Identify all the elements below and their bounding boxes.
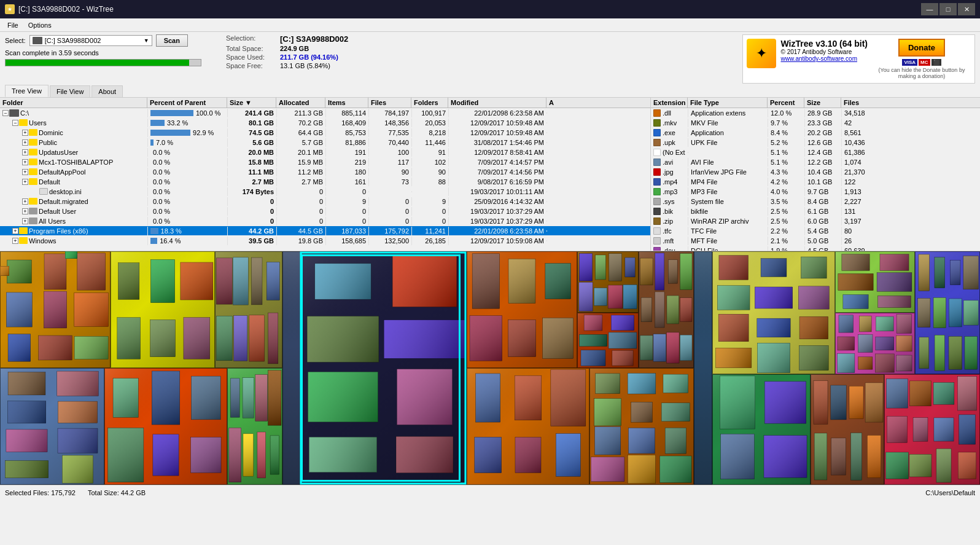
drive-selector-row: Select: [C:] S3A9988D002 ▼ Scan: [5, 34, 201, 47]
brand-info: WizTree v3.10 (64 bit) © 2017 Antibody S…: [781, 39, 868, 62]
title-bar-left: ★ [C:] S3A9988D002 - WizTree: [5, 4, 114, 14]
ext-table-row[interactable]: .bikbikfile2.5 %6.1 GB131: [651, 206, 980, 216]
ext-table-row[interactable]: .jpgIrfanView JPG File4.3 %10.4 GB21,370: [651, 167, 980, 177]
table-row[interactable]: +Program Files (x86)18.3 %44.2 GB44.5 GB…: [0, 226, 650, 236]
space-free-label: Space Free:: [226, 62, 275, 69]
tree-table-body[interactable]: −C:\100.0 %241.4 GB211.3 GB885,114784,19…: [0, 108, 650, 251]
status-bar: Selected Files: 175,792 Total Size: 44.2…: [0, 485, 980, 500]
ext-table-row[interactable]: .aviAVI File5.1 %12.2 GB1,074: [651, 157, 980, 167]
toolbar-left: Select: [C:] S3A9988D002 ▼ Scan Scan com…: [5, 34, 201, 66]
table-row[interactable]: desktop.ini0.0 %174 Bytes0019/03/2017 10…: [0, 187, 650, 197]
app-icon: ★: [5, 4, 15, 14]
selected-files-status: Selected Files: 175,792: [5, 489, 76, 496]
brand-copyright: © 2017 Antibody Software: [781, 49, 868, 55]
menu-options[interactable]: Options: [23, 20, 56, 30]
path-status: C:\Users\Default: [925, 489, 975, 496]
ext-table-row[interactable]: .exeApplication8.4 %20.2 GB8,561: [651, 128, 980, 138]
th-items[interactable]: Items: [325, 98, 368, 108]
ext-table-row[interactable]: (No Extension)5.1 %12.4 GB61,386: [651, 147, 980, 157]
ext-table-row[interactable]: .dllApplication extens12.0 %28.9 GB34,51…: [651, 108, 980, 118]
window-title: [C:] S3A9988D002 - WizTree: [18, 5, 114, 14]
ext-table-row[interactable]: .mftMFT File2.1 %5.0 GB26: [651, 236, 980, 246]
th-a[interactable]: A: [546, 98, 559, 108]
th-size[interactable]: Size ▼: [227, 98, 276, 108]
table-row[interactable]: −C:\100.0 %241.4 GB211.3 GB885,114784,19…: [0, 108, 650, 118]
ext-table-row[interactable]: .upkUPK File5.2 %12.6 GB10,436: [651, 138, 980, 147]
brand-tip: (You can hide the Donate button by makin…: [873, 67, 971, 79]
th-percent[interactable]: Percent of Parent: [147, 98, 227, 108]
table-row[interactable]: +Default0.0 %2.7 MB2.7 MB16173889/08/201…: [0, 177, 650, 187]
payment-icons: VISA MC ⬛: [902, 59, 941, 66]
branding-panel: ✦ WizTree v3.10 (64 bit) © 2017 Antibody…: [742, 34, 975, 84]
maximize-button[interactable]: □: [939, 3, 957, 15]
th-folders[interactable]: Folders: [411, 98, 448, 108]
table-row[interactable]: +Dominic92.9 %74.5 GB64.4 GB85,75377,535…: [0, 128, 650, 138]
total-space-value: 224.9 GB: [280, 45, 309, 52]
th-files[interactable]: Files: [368, 98, 411, 108]
menu-file[interactable]: File: [2, 20, 23, 30]
scan-complete-text: Scan complete in 3.59 seconds: [5, 49, 99, 57]
space-used-label: Space Used:: [226, 53, 275, 61]
select-label: Select:: [5, 37, 26, 44]
brand-name: WizTree v3.10 (64 bit): [781, 39, 868, 49]
minimize-button[interactable]: —: [921, 3, 938, 15]
bank-icon: ⬛: [931, 59, 941, 66]
brand-website: www.antibody-software.com: [781, 55, 868, 62]
folder-tree-pane: Folder Percent of Parent Size ▼ Allocate…: [0, 98, 651, 251]
ext-table-row[interactable]: .tfcTFC File2.2 %5.4 GB80: [651, 226, 980, 236]
scan-status: Scan complete in 3.59 seconds: [5, 49, 201, 57]
table-row[interactable]: +Public7.0 %5.6 GB5.7 GB81,88670,44011,4…: [0, 138, 650, 147]
space-used-value: 211.7 GB (94.16%): [280, 53, 338, 61]
table-row[interactable]: +DefaultAppPool0.0 %11.1 MB11.2 MB180909…: [0, 167, 650, 177]
table-row[interactable]: +Windows16.4 %39.5 GB19.8 GB158,685132,5…: [0, 236, 650, 246]
total-size-status: Total Size: 44.2 GB: [88, 489, 146, 496]
progress-bar-outer: [5, 59, 201, 66]
tab-about[interactable]: About: [91, 85, 123, 97]
space-free-row: Space Free: 13.1 GB (5.84%): [226, 62, 348, 69]
ext-table-row[interactable]: .dcuDCU File1.9 %4.5 GB60,639: [651, 246, 980, 251]
table-row[interactable]: +Mcx1-TOSHIBALAPTOP0.0 %15.8 MB15.9 MB21…: [0, 157, 650, 167]
dropdown-arrow-icon: ▼: [144, 37, 149, 44]
mc-icon: MC: [919, 59, 930, 66]
title-bar: ★ [C:] S3A9988D002 - WizTree — □ ✕: [0, 0, 980, 18]
tab-tree-view[interactable]: Tree View: [5, 85, 49, 97]
tab-file-view[interactable]: File View: [50, 85, 90, 97]
th-ext-size[interactable]: Size: [804, 98, 841, 108]
table-row[interactable]: +Default.migrated0.0 %0090925/09/2016 4:…: [0, 197, 650, 206]
ext-table-row[interactable]: .mkvMKV File9.7 %23.3 GB42: [651, 118, 980, 128]
donate-button[interactable]: Donate: [898, 39, 945, 57]
drive-info: Selection: [C:] S3A9988D002 Total Space:…: [226, 34, 348, 69]
drive-label: [C:] S3A9988D002: [45, 37, 144, 44]
th-ext-files[interactable]: Files: [841, 98, 872, 108]
progress-bar-container: [5, 59, 201, 66]
table-row[interactable]: +All Users0.0 %0000019/03/2017 10:37:29 …: [0, 216, 650, 226]
th-filetype[interactable]: File Type: [688, 98, 768, 108]
th-modified[interactable]: Modified: [448, 98, 546, 108]
th-allocated[interactable]: Allocated: [276, 98, 325, 108]
selection-value: [C:] S3A9988D002: [280, 34, 348, 44]
progress-bar-inner: [6, 60, 189, 66]
window-controls: — □ ✕: [921, 3, 975, 15]
table-row[interactable]: +Default User0.0 %0000019/03/2017 10:37:…: [0, 206, 650, 216]
extension-pane: Extension File Type Percent Size Files .…: [651, 98, 980, 251]
space-free-value: 13.1 GB (5.84%): [280, 62, 330, 69]
total-space-row: Total Space: 224.9 GB: [226, 45, 348, 52]
ext-table-header: Extension File Type Percent Size Files: [651, 98, 980, 108]
table-row[interactable]: +UpdatusUser0.0 %20.0 MB20.1 MB191100911…: [0, 147, 650, 157]
selection-row: Selection: [C:] S3A9988D002: [226, 34, 348, 44]
treemap-container[interactable]: [0, 251, 980, 485]
ext-table-row[interactable]: .mp3MP3 File4.0 %9.7 GB1,913: [651, 187, 980, 197]
th-ext-percent[interactable]: Percent: [768, 98, 804, 108]
scan-button[interactable]: Scan: [156, 34, 188, 47]
ext-table-row[interactable]: .sysSystem file3.5 %8.4 GB2,227: [651, 197, 980, 206]
donate-area: Donate VISA MC ⬛ (You can hide the Donat…: [873, 39, 971, 79]
drive-select[interactable]: [C:] S3A9988D002 ▼: [29, 35, 152, 46]
ext-table-row[interactable]: .mp4MP4 File4.2 %10.1 GB122: [651, 177, 980, 187]
table-row[interactable]: −Users33.2 %80.1 GB70.2 GB168,409148,356…: [0, 118, 650, 128]
th-folder[interactable]: Folder: [0, 98, 147, 108]
tree-table-header: Folder Percent of Parent Size ▼ Allocate…: [0, 98, 650, 108]
ext-table-row[interactable]: .zipWinRAR ZIP archiv2.5 %6.0 GB3,197: [651, 216, 980, 226]
ext-table-body[interactable]: .dllApplication extens12.0 %28.9 GB34,51…: [651, 108, 980, 251]
close-button[interactable]: ✕: [958, 3, 975, 15]
th-ext[interactable]: Extension: [651, 98, 688, 108]
